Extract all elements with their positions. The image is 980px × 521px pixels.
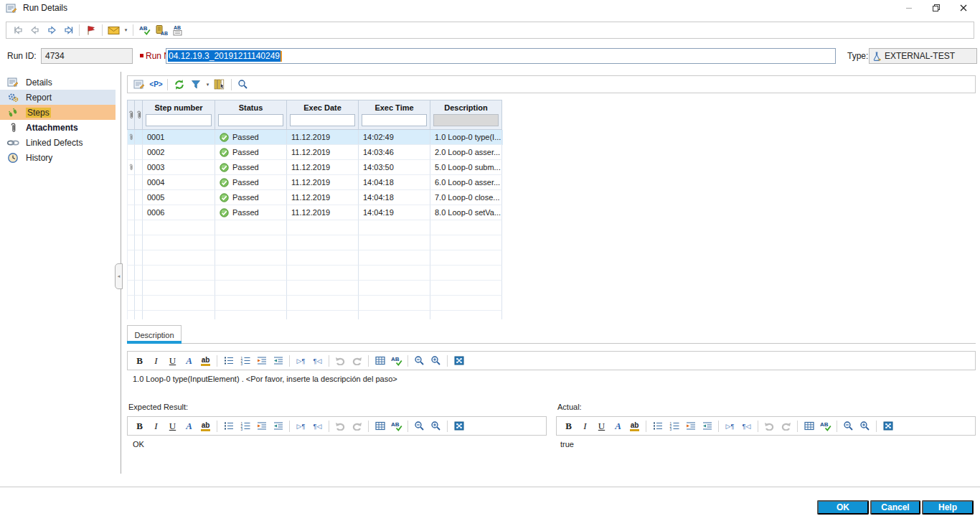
indent-icon[interactable] (253, 419, 270, 433)
font-color-icon[interactable]: A (181, 419, 197, 433)
text-highlight-icon[interactable]: ab (626, 419, 643, 433)
sidebar-item-history[interactable]: History (0, 150, 116, 165)
undo-icon[interactable] (332, 419, 349, 433)
step-row[interactable]: 0004 Passed 11.12.2019 14:04:18 6.0 Loop… (127, 175, 503, 190)
underline-icon[interactable]: U (593, 419, 610, 433)
font-color-icon[interactable]: A (610, 419, 626, 433)
underline-icon[interactable]: U (164, 419, 181, 433)
zoom-out-icon[interactable] (411, 419, 428, 433)
sidebar-item-attachments[interactable]: Attachments (0, 120, 116, 135)
filter-exec-time-input[interactable] (362, 114, 427, 126)
sidebar-collapse-handle[interactable]: ◂ (115, 263, 123, 289)
insert-table-icon[interactable] (372, 354, 388, 368)
paragraph-ltr-icon[interactable]: ▷¶ (293, 354, 309, 368)
text-highlight-icon[interactable]: ab (197, 354, 214, 368)
bold-icon[interactable]: B (560, 419, 577, 433)
italic-icon[interactable]: I (148, 354, 164, 368)
close-icon[interactable] (950, 0, 977, 16)
zoom-in-icon[interactable] (428, 419, 444, 433)
spell-check-icon[interactable]: AB (136, 23, 153, 37)
paragraph-ltr-icon[interactable]: ▷¶ (293, 419, 309, 433)
italic-icon[interactable]: I (148, 419, 164, 433)
cancel-button[interactable]: Cancel (870, 500, 920, 515)
sidebar-item-details[interactable]: Details (0, 75, 116, 90)
minimize-icon[interactable] (895, 0, 923, 16)
italic-icon[interactable]: I (577, 419, 593, 433)
description-editor-content[interactable]: 1.0 Loop-0 type(InputElement) . <Por fav… (133, 375, 397, 383)
filter-status-input[interactable] (218, 114, 283, 126)
expected-editor-content[interactable]: OK (133, 440, 144, 449)
redo-icon[interactable] (778, 419, 794, 433)
refresh-icon[interactable] (171, 78, 187, 92)
column-header-status[interactable]: Status (215, 100, 287, 130)
redo-icon[interactable] (349, 354, 365, 368)
column-header-description[interactable]: Description (430, 100, 502, 130)
restore-icon[interactable] (923, 0, 950, 16)
step-details-icon[interactable] (131, 78, 148, 92)
bullet-list-icon[interactable] (220, 419, 237, 433)
zoom-in-icon[interactable] (857, 419, 873, 433)
maximize-icon[interactable] (451, 354, 467, 368)
sidebar-item-steps[interactable]: Steps (0, 105, 116, 120)
help-button[interactable]: Help (922, 500, 974, 515)
flag-for-followup-icon[interactable] (83, 23, 99, 37)
font-color-icon[interactable]: A (181, 354, 197, 368)
send-by-email-icon[interactable] (105, 23, 122, 37)
step-row[interactable]: 0002 Passed 11.12.2019 14:03:46 2.0 Loop… (127, 145, 503, 160)
show-parameters-icon[interactable]: <P> (148, 78, 164, 92)
paragraph-ltr-icon[interactable]: ▷¶ (722, 419, 738, 433)
step-row[interactable]: 0003 Passed 11.12.2019 14:03:50 5.0 Loop… (127, 160, 503, 175)
filter-exec-date-input[interactable] (290, 114, 355, 126)
filter-icon[interactable] (187, 78, 204, 92)
run-name-input[interactable]: 04.12.19.3_20191211140249 (166, 48, 836, 64)
outdent-icon[interactable] (699, 419, 715, 433)
paragraph-rtl-icon[interactable]: ¶◁ (309, 354, 326, 368)
bullet-list-icon[interactable] (220, 354, 237, 368)
last-icon[interactable]: 16"> (60, 23, 76, 37)
paragraph-rtl-icon[interactable]: ¶◁ (309, 419, 326, 433)
spell-check-icon[interactable]: AB (388, 419, 405, 433)
ok-button[interactable]: OK (817, 500, 869, 515)
numbered-list-icon[interactable]: 123 (237, 419, 253, 433)
outdent-icon[interactable] (270, 354, 286, 368)
sidebar-item-report[interactable]: Report (0, 90, 116, 105)
thesaurus-icon[interactable]: AB (153, 23, 169, 37)
bold-icon[interactable]: B (131, 419, 148, 433)
numbered-list-icon[interactable]: 123 (237, 354, 253, 368)
redo-icon[interactable] (349, 419, 365, 433)
attachment-column-header-icon[interactable] (127, 100, 135, 130)
caret-icon[interactable]: ▾ (122, 23, 130, 37)
sidebar-item-linked-defects[interactable]: Linked Defects (0, 135, 116, 150)
insert-table-icon[interactable] (372, 419, 388, 433)
step-row[interactable]: 0005 Passed 11.12.2019 14:04:18 7.0 Loop… (127, 190, 503, 205)
find-icon[interactable] (235, 78, 251, 92)
select-columns-icon[interactable] (212, 78, 228, 92)
step-row[interactable]: 0006 Passed 11.12.2019 14:04:19 8.0 Loop… (127, 205, 503, 220)
filter-step-number-input[interactable] (146, 114, 212, 126)
zoom-out-icon[interactable] (411, 354, 428, 368)
caret-icon[interactable]: ▾ (204, 78, 212, 92)
next-icon[interactable] (43, 23, 60, 37)
maximize-icon[interactable] (880, 419, 896, 433)
zoom-in-icon[interactable] (428, 354, 444, 368)
outdent-icon[interactable] (270, 419, 286, 433)
text-highlight-icon[interactable]: ab (197, 419, 214, 433)
column-header-exec-date[interactable]: Exec Date (287, 100, 359, 130)
column-header-step-number[interactable]: Step number (143, 100, 215, 130)
indent-icon[interactable] (682, 419, 699, 433)
numbered-list-icon[interactable]: 123 (666, 419, 682, 433)
underline-icon[interactable]: U (164, 354, 181, 368)
step-row[interactable]: 0001 Passed 11.12.2019 14:02:49 1.0 Loop… (127, 130, 503, 145)
attachment-column-header-icon[interactable] (135, 100, 143, 130)
undo-icon[interactable] (761, 419, 778, 433)
first-icon[interactable]: 16"> (10, 23, 27, 37)
bold-icon[interactable]: B (131, 354, 148, 368)
insert-table-icon[interactable] (801, 419, 817, 433)
actual-editor-content[interactable]: true (560, 440, 574, 449)
field-spelling-icon[interactable]: AB (169, 23, 186, 37)
bullet-list-icon[interactable] (649, 419, 666, 433)
zoom-out-icon[interactable] (840, 419, 857, 433)
spell-check-icon[interactable]: AB (817, 419, 834, 433)
paragraph-rtl-icon[interactable]: ¶◁ (738, 419, 755, 433)
undo-icon[interactable] (332, 354, 349, 368)
